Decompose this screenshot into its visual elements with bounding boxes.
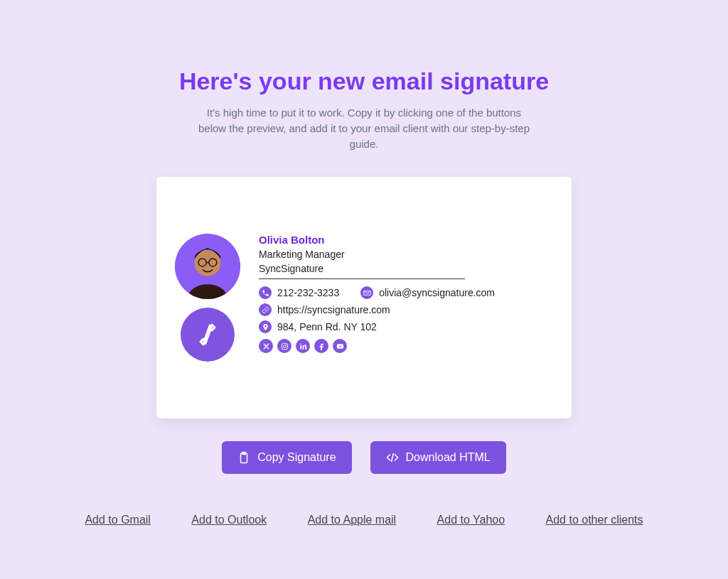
email-icon <box>360 286 373 299</box>
copy-signature-button[interactable]: Copy Signature <box>222 441 351 474</box>
signature-website: https://syncsignature.com <box>277 304 390 315</box>
code-icon <box>386 451 399 464</box>
company-logo <box>181 308 235 362</box>
contact-row-address: 984, Penn Rd. NY 102 <box>259 320 495 333</box>
contact-row-phone-email: 212-232-3233 olivia@syncsignature.com <box>259 286 495 299</box>
svg-point-7 <box>286 344 287 345</box>
signature-name: Olivia Bolton <box>259 234 495 246</box>
link-icon <box>259 303 272 316</box>
location-icon <box>259 320 272 333</box>
contact-row-website: https://syncsignature.com <box>259 303 495 316</box>
page-subtitle: It's high time to put it to work. Copy i… <box>197 105 531 151</box>
download-html-button[interactable]: Download HTML <box>370 441 506 474</box>
link-yahoo[interactable]: Add to Yahoo <box>437 514 505 526</box>
signature-preview-card: Olivia Bolton Marketing Manager SyncSign… <box>156 177 572 418</box>
add-to-client-links: Add to Gmail Add to Outlook Add to Apple… <box>37 514 691 526</box>
link-gmail[interactable]: Add to Gmail <box>85 514 150 526</box>
linkedin-icon[interactable] <box>296 339 310 353</box>
signature-company: SyncSignature <box>259 263 495 274</box>
signature-address: 984, Penn Rd. NY 102 <box>277 321 377 332</box>
signature-email: olivia@syncsignature.com <box>379 287 495 298</box>
link-apple[interactable]: Add to Apple mail <box>308 514 397 526</box>
svg-rect-8 <box>300 345 301 350</box>
svg-point-6 <box>283 345 286 347</box>
clipboard-icon <box>237 451 250 464</box>
svg-point-9 <box>300 343 301 345</box>
youtube-icon[interactable] <box>333 339 347 353</box>
instagram-icon[interactable] <box>277 339 291 353</box>
signature-role: Marketing Manager <box>259 249 495 260</box>
signature-phone: 212-232-3233 <box>277 287 339 298</box>
copy-signature-label: Copy Signature <box>257 451 336 464</box>
facebook-icon[interactable] <box>314 339 328 353</box>
social-icons-row <box>259 339 495 353</box>
link-outlook[interactable]: Add to Outlook <box>191 514 267 526</box>
page-title: Here's your new email signature <box>179 67 549 95</box>
divider <box>259 278 465 279</box>
link-other[interactable]: Add to other clients <box>546 514 643 526</box>
download-html-label: Download HTML <box>406 451 491 464</box>
avatar <box>175 234 240 299</box>
x-icon[interactable] <box>259 339 273 353</box>
phone-icon <box>259 286 272 299</box>
